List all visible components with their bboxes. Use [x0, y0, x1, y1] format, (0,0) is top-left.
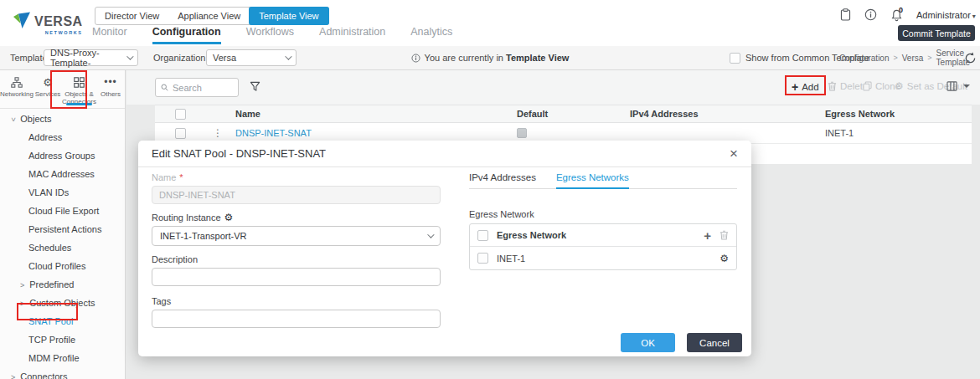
column-header-ipv4: IPv4 Addresses	[625, 109, 820, 119]
ok-button[interactable]: OK	[621, 333, 675, 352]
edit-snat-pool-dialog: Edit SNAT Pool - DNSP-INET-SNAT × Name* …	[138, 141, 751, 356]
versa-logo: VERSA NETWORKS	[12, 10, 83, 35]
tasks-clipboard-icon[interactable]	[840, 8, 851, 21]
info-icon	[411, 54, 420, 63]
description-field[interactable]	[152, 268, 441, 286]
tags-label: Tags	[152, 296, 441, 306]
tree-item-address[interactable]: Address	[0, 128, 125, 146]
tree-item-snat-pool[interactable]: SNAT Pool	[0, 312, 125, 330]
brand-subtitle: NETWORKS	[34, 30, 83, 35]
notification-count-badge: 0	[899, 6, 903, 22]
tags-field[interactable]	[152, 310, 441, 328]
tab-appliance-view[interactable]: Appliance View	[168, 8, 250, 24]
nav-administration[interactable]: Administration	[319, 26, 385, 44]
sidebar-category-tabs: Networking ⚙ Services Objects & Connecto…	[0, 70, 125, 109]
breadcrumb-separator: >	[927, 54, 931, 62]
gears-icon: ⚙	[43, 76, 53, 88]
info-icon[interactable]	[864, 8, 877, 21]
trash-icon	[828, 81, 837, 91]
tree-item-address-groups[interactable]: Address Groups	[0, 146, 125, 165]
description-label: Description	[152, 254, 441, 264]
egress-table-header: Egress Network +	[470, 224, 736, 247]
add-row-icon[interactable]: +	[704, 229, 711, 242]
row-checkbox[interactable]	[175, 128, 186, 139]
tree-item-cloud-file-export[interactable]: Cloud File Export	[0, 202, 125, 220]
tab-template-view[interactable]: Template View	[249, 7, 328, 25]
filter-funnel-icon[interactable]	[250, 81, 260, 94]
tree-item-custom-objects[interactable]: >Custom Objects	[0, 294, 125, 312]
routing-instance-select[interactable]: INET-1-Transport-VR	[152, 226, 441, 246]
tree-item-vlan-ids[interactable]: VLAN IDs	[0, 183, 125, 202]
egress-network-section-label: Egress Network	[469, 209, 737, 219]
column-header-egress: Egress Network	[820, 109, 972, 119]
chevron-closed-icon: >	[20, 294, 24, 313]
tree-item-predefined[interactable]: >Predefined	[0, 275, 125, 294]
nav-workflows[interactable]: Workflows	[246, 26, 294, 44]
gear-icon[interactable]: ⚙	[224, 213, 234, 223]
commit-template-button[interactable]: Commit Template	[898, 25, 975, 41]
columns-icon	[946, 81, 957, 91]
tree-item-cloud-profiles[interactable]: Cloud Profiles	[0, 257, 125, 275]
tree-item-tcp-profile[interactable]: TCP Profile	[0, 330, 125, 349]
brand-name: VERSA	[34, 15, 83, 28]
tree-item-objects[interactable]: >Objects	[0, 110, 125, 128]
delete-button[interactable]: Delete	[828, 81, 868, 91]
nav-monitor[interactable]: Monitor	[92, 26, 127, 44]
clone-icon	[863, 81, 872, 91]
egress-network-table: Egress Network + INET-1 ⚙	[469, 223, 737, 270]
chevron-down-icon: ▾	[972, 13, 976, 20]
nav-configuration[interactable]: Configuration	[152, 26, 221, 44]
show-common-template-checkbox[interactable]	[730, 53, 740, 64]
tab-ipv4-addresses[interactable]: IPv4 Addresses	[469, 172, 536, 188]
sidebar-tab-services[interactable]: ⚙ Services	[34, 70, 62, 108]
tree-item-schedules[interactable]: Schedules	[0, 238, 125, 257]
sidebar: Networking ⚙ Services Objects & Connecto…	[0, 70, 126, 379]
breadcrumb-versa[interactable]: Versa	[902, 54, 924, 63]
close-icon[interactable]: ×	[730, 146, 738, 161]
nav-analytics[interactable]: Analytics	[410, 26, 452, 44]
tree-item-mac-addresses[interactable]: MAC Addresses	[0, 165, 125, 183]
chevron-closed-icon: >	[11, 368, 15, 379]
dialog-tabs: IPv4 Addresses Egress Networks	[469, 172, 737, 189]
tab-egress-networks[interactable]: Egress Networks	[556, 172, 629, 189]
egress-row-checkbox[interactable]	[477, 253, 488, 264]
row-egress-cell: INET-1	[820, 128, 972, 138]
sidebar-tab-objects-connectors[interactable]: Objects & Connectors	[62, 70, 96, 108]
add-button[interactable]: + Add	[792, 81, 819, 93]
ellipsis-icon: •••	[104, 76, 117, 88]
tree-item-persistent-actions[interactable]: Persistent Actions	[0, 220, 125, 238]
tab-director-view[interactable]: Director View	[95, 8, 168, 24]
breadcrumb-separator: >	[893, 54, 897, 62]
sidebar-tab-networking[interactable]: Networking	[0, 70, 34, 108]
egress-select-all-checkbox[interactable]	[477, 230, 488, 241]
chevron-down-icon	[963, 85, 970, 88]
context-bar: Template DNS-Proxy-Template- Organizatio…	[0, 46, 980, 70]
sidebar-tab-others[interactable]: ••• Others	[96, 70, 125, 108]
notifications-bell-icon[interactable]: 0	[890, 8, 903, 22]
cancel-button[interactable]: Cancel	[687, 333, 742, 352]
egress-row-name: INET-1	[497, 254, 525, 264]
gear-icon: ⚙	[895, 81, 904, 91]
column-header-name: Name	[230, 109, 512, 119]
user-menu[interactable]: Administrator▾	[916, 10, 976, 20]
egress-table-row: INET-1 ⚙	[470, 247, 736, 269]
search-input[interactable]	[173, 83, 233, 93]
tree-item-connectors[interactable]: >Connectors	[0, 367, 125, 379]
trash-icon[interactable]	[720, 230, 729, 240]
chevron-down-icon	[427, 231, 434, 238]
search-box	[155, 78, 239, 97]
breadcrumb: Configuration > Versa > Service Template	[839, 46, 980, 69]
name-label: Name*	[152, 172, 441, 182]
breadcrumb-configuration[interactable]: Configuration	[839, 54, 889, 63]
versa-logo-icon	[12, 10, 32, 30]
row-name-link[interactable]: DNSP-INET-SNAT	[230, 128, 512, 138]
dialog-title: Edit SNAT Pool - DNSP-INET-SNAT	[152, 147, 326, 160]
select-all-checkbox[interactable]	[175, 109, 186, 120]
tree-item-mdm-profile[interactable]: MDM Profile	[0, 349, 125, 367]
refresh-icon[interactable]	[964, 52, 977, 66]
column-picker-button[interactable]	[946, 81, 970, 91]
header-tools: 0 Administrator▾	[840, 8, 976, 22]
chevron-closed-icon: >	[20, 276, 24, 294]
row-menu-icon[interactable]: ⋮	[213, 127, 223, 139]
gear-icon[interactable]: ⚙	[720, 254, 729, 264]
